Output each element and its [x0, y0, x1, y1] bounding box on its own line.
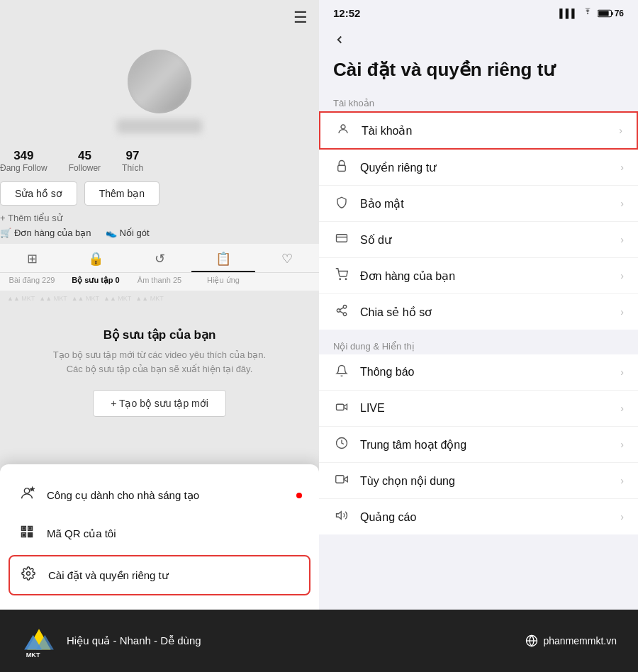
battery-icon: 76	[598, 9, 624, 18]
svg-point-0	[24, 488, 29, 493]
tab-navigation: ⊞ 🔒 ↺ 📋 ♡	[0, 244, 319, 273]
svg-point-24	[337, 309, 340, 313]
tab-bookmark[interactable]: 📋	[191, 244, 255, 272]
avatar	[128, 50, 191, 113]
activity-icon	[333, 437, 350, 452]
svg-rect-12	[30, 533, 33, 535]
ads-label: Quảng cáo	[360, 510, 620, 524]
noi-got-link[interactable]: 👟 Nối gót	[106, 228, 150, 238]
balance-label: Số dư	[360, 233, 620, 247]
wifi-icon	[582, 8, 593, 18]
settings-item-account[interactable]: Tài khoản ›	[319, 111, 638, 150]
cart-icon: 🛒	[0, 228, 11, 238]
posts-label: Bài đăng 229	[0, 273, 64, 291]
stat-likes[interactable]: 97 Thích	[122, 149, 143, 173]
settings-item-live[interactable]: LIVE ›	[319, 391, 638, 427]
add-friend-button[interactable]: Thêm bạn	[84, 181, 160, 206]
qr-icon	[17, 525, 37, 542]
section-label-account: Tài khoản	[319, 92, 638, 111]
tab-posts[interactable]: ⊞	[0, 244, 64, 272]
stat-following[interactable]: 349 Đang Follow	[0, 149, 47, 173]
menu-item-creator[interactable]: ★ Công cụ dành cho nhà sáng tạo	[0, 476, 319, 515]
settings-item-share[interactable]: Chia sẻ hồ sơ ›	[319, 294, 638, 330]
battery-percent: 76	[615, 9, 624, 18]
profile-links-row: 🛒 Đơn hàng của bạn 👟 Nối gót	[0, 228, 319, 238]
account-icon	[335, 123, 352, 138]
avatar-image	[128, 50, 191, 113]
hamburger-icon[interactable]: ☰	[293, 9, 308, 27]
svg-rect-19	[337, 235, 347, 242]
security-chevron: ›	[620, 198, 624, 209]
bio-link[interactable]: + Thêm tiểu sử	[0, 213, 319, 223]
activity-label: Trung tâm hoạt động	[360, 438, 620, 452]
globe-icon	[525, 634, 538, 647]
tab-lock[interactable]: 🔒	[64, 244, 128, 272]
settings-item-security[interactable]: Bảo mật ›	[319, 186, 638, 222]
account-label: Tài khoản	[362, 124, 619, 138]
svg-line-27	[340, 308, 343, 310]
creator-icon: ★	[17, 486, 37, 505]
back-button[interactable]	[319, 26, 360, 56]
collection-title: Bộ sưu tập của bạn	[103, 327, 216, 342]
settings-item-ads[interactable]: Quảng cáo ›	[319, 499, 638, 534]
edit-profile-button[interactable]: Sửa hồ sơ	[0, 181, 77, 206]
right-panel: 12:52 ▌▌▌ 76	[319, 0, 638, 610]
settings-item-privacy[interactable]: Quyền riêng tư ›	[319, 150, 638, 186]
orders-link[interactable]: 🛒 Đơn hàng của bạn	[0, 228, 91, 238]
content-pref-chevron: ›	[620, 475, 624, 486]
footer-right: phanmemmkt.vn	[525, 634, 617, 647]
ads-icon	[333, 509, 350, 525]
status-bar: 12:52 ▌▌▌ 76	[319, 0, 638, 26]
balance-chevron: ›	[620, 234, 624, 245]
status-time: 12:52	[333, 7, 360, 19]
status-icons: ▌▌▌ 76	[559, 8, 624, 18]
svg-rect-16	[598, 11, 608, 16]
likes-label: Thích	[122, 163, 143, 173]
svg-point-21	[340, 279, 341, 280]
security-label: Bảo mật	[360, 197, 620, 211]
notifications-chevron: ›	[620, 366, 624, 378]
profile-stats: 349 Đang Follow 45 Follower 97 Thích	[0, 149, 319, 173]
privacy-chevron: ›	[620, 162, 624, 173]
following-label: Đang Follow	[0, 163, 47, 173]
svg-text:MKT: MKT	[26, 651, 40, 659]
liked-label	[255, 273, 319, 291]
settings-item-balance[interactable]: Số dư ›	[319, 222, 638, 258]
settings-item-content-pref[interactable]: Tùy chọn nội dung ›	[319, 463, 638, 499]
left-panel: ☰ 349 Đang Follow 45 Follower 97 Thích	[0, 0, 319, 610]
tab-repost[interactable]: ↺	[128, 244, 191, 272]
create-collection-button[interactable]: + Tạo bộ sưu tập mới	[93, 390, 226, 417]
settings-group-content: Thông báo › LIVE ›	[319, 354, 638, 534]
content-pref-label: Tùy chọn nội dung	[360, 474, 620, 488]
settings-item-activity[interactable]: Trung tâm hoạt động ›	[319, 427, 638, 463]
privacy-icon	[333, 159, 350, 175]
notification-icon	[333, 364, 350, 380]
bottom-menu: ★ Công cụ dành cho nhà sáng tạo	[0, 464, 319, 610]
watermark-5: ▲▲ MKT	[135, 295, 163, 302]
notification-dot	[296, 493, 302, 498]
stat-followers[interactable]: 45 Follower	[69, 149, 101, 173]
svg-point-22	[345, 279, 347, 280]
watermark-row: ▲▲ MKT ▲▲ MKT ▲▲ MKT ▲▲ MKT ▲▲ MKT	[0, 291, 319, 306]
live-chevron: ›	[620, 403, 624, 414]
settings-item-orders[interactable]: Đơn hàng của bạn ›	[319, 258, 638, 294]
followers-count: 45	[78, 149, 91, 163]
share-profile-label: Chia sẻ hồ sơ	[360, 306, 620, 319]
svg-rect-7	[29, 527, 31, 530]
menu-item-settings[interactable]: Cài đặt và quyền riêng tư	[9, 555, 310, 595]
privacy-label: Quyền riêng tư	[360, 161, 620, 174]
svg-rect-18	[338, 165, 346, 171]
section-label-content: Nội dung & Hiển thị	[319, 335, 638, 354]
footer-website[interactable]: phanmemmkt.vn	[544, 635, 617, 646]
qr-label: Mã QR của tôi	[47, 527, 116, 540]
collection-desc: Tạo bộ sưu tập mới từ các video yêu thíc…	[53, 348, 266, 376]
tab-heart[interactable]: ♡	[255, 244, 319, 272]
ads-chevron: ›	[620, 511, 624, 522]
watermark-4: ▲▲ MKT	[103, 295, 131, 302]
orders-label: Đơn hàng của bạn	[360, 269, 620, 283]
menu-item-qr[interactable]: Mã QR của tôi	[0, 515, 319, 552]
settings-title: Cài đặt và quyền riêng tư	[319, 56, 638, 92]
sounds-label: Âm thanh 25	[128, 273, 191, 291]
svg-point-13	[27, 572, 30, 576]
settings-item-notifications[interactable]: Thông báo ›	[319, 354, 638, 391]
